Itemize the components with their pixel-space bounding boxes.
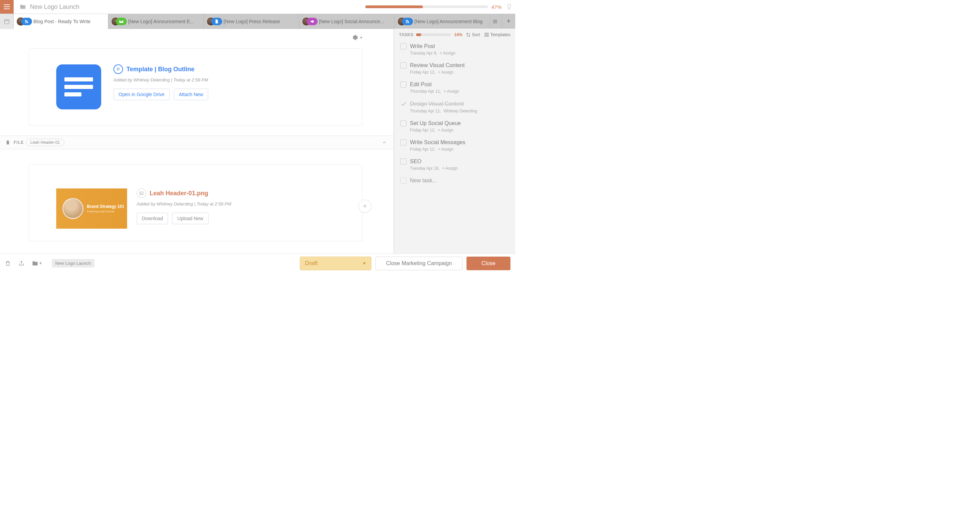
tab-label: [New Logo] Announcement Blog bbox=[414, 19, 482, 24]
task-title: Design Visual Content bbox=[410, 101, 464, 107]
tasks-header-label: TASKS bbox=[399, 32, 413, 37]
task-item[interactable]: Write Social MessagesFriday Apr 12, + As… bbox=[398, 137, 511, 156]
file-section-tag[interactable]: Leah Header-01 bbox=[26, 139, 64, 146]
sort-button[interactable]: Sort bbox=[466, 32, 480, 37]
image-thumbnail[interactable]: Brand Strategy 101 Featuring Leah Dubois bbox=[56, 188, 127, 229]
attachment-title[interactable]: Template | Blog Outline bbox=[126, 66, 194, 73]
tasks-sidebar: TASKS 14% Sort Templates Write PostTuesd… bbox=[394, 29, 515, 253]
task-meta: Friday Apr 12, + Assign bbox=[410, 147, 509, 152]
task-item[interactable]: Edit PostThursday Apr 11, + Assign bbox=[398, 79, 511, 98]
task-meta: Tuesday Apr 9, + Assign bbox=[410, 51, 509, 56]
task-item[interactable]: Set Up Social QueueFriday Apr 12, + Assi… bbox=[398, 118, 511, 137]
task-title: Write Post bbox=[410, 43, 435, 49]
attachment-card-gdoc: Template | Blog Outline Added by Whitney… bbox=[29, 48, 362, 126]
share-icon[interactable] bbox=[18, 260, 24, 267]
task-checkbox[interactable] bbox=[400, 120, 407, 126]
tab-item[interactable]: [New Logo] Announcement Blog bbox=[395, 14, 490, 29]
task-item[interactable]: Write PostTuesday Apr 9, + Assign bbox=[398, 41, 511, 60]
tab-item[interactable]: [New Logo] Press Release bbox=[204, 14, 299, 29]
doc-type-icon bbox=[113, 64, 123, 74]
task-assign[interactable]: + Assign bbox=[444, 89, 459, 94]
collapse-icon[interactable] bbox=[382, 140, 387, 145]
folder-icon bbox=[19, 4, 27, 10]
tab-item[interactable]: [New Logo] Announcement E... bbox=[108, 14, 204, 29]
folder-dropdown[interactable]: ▼ bbox=[32, 260, 42, 267]
task-checkbox[interactable] bbox=[400, 159, 407, 165]
tab-label: Blog Post - Ready To Write bbox=[33, 19, 91, 24]
task-assign[interactable]: + Assign bbox=[438, 128, 453, 132]
task-item[interactable]: SEOTuesday Apr 16, + Assign bbox=[398, 156, 511, 175]
task-checkbox[interactable] bbox=[400, 43, 407, 49]
svg-rect-12 bbox=[487, 35, 488, 37]
tab-list-button[interactable] bbox=[488, 14, 501, 29]
close-button[interactable]: Close bbox=[466, 257, 511, 270]
footer-breadcrumb[interactable]: New Logo Launch bbox=[52, 259, 94, 267]
status-dropdown[interactable]: Draft ▼ bbox=[300, 257, 371, 270]
svg-rect-1 bbox=[493, 20, 497, 20]
attach-new-button[interactable]: Attach New bbox=[174, 89, 208, 100]
content-type-icon bbox=[307, 18, 318, 25]
task-title: Review Visual Content bbox=[410, 62, 465, 68]
attachment-title[interactable]: Leah Header-01.png bbox=[150, 190, 208, 197]
task-item[interactable]: Review Visual ContentFriday Apr 12, + As… bbox=[398, 60, 511, 79]
task-check-icon[interactable] bbox=[400, 100, 407, 107]
tab-label: [New Logo] Social Announce... bbox=[319, 19, 384, 24]
tasks-progress-text: 14% bbox=[454, 32, 462, 37]
task-title: Set Up Social Queue bbox=[410, 120, 461, 126]
task-assign[interactable]: + Assign bbox=[438, 70, 453, 75]
upload-new-button[interactable]: Upload New bbox=[172, 213, 208, 224]
calendar-button[interactable] bbox=[0, 14, 14, 29]
task-title: Write Social Messages bbox=[410, 139, 465, 146]
add-attachment-button[interactable]: + bbox=[358, 200, 371, 213]
svg-rect-4 bbox=[117, 68, 119, 68]
svg-rect-9 bbox=[485, 33, 486, 34]
gdoc-thumbnail-icon bbox=[56, 64, 101, 110]
task-checkbox[interactable] bbox=[400, 81, 407, 87]
footer-bar: ▼ New Logo Launch Draft ▼ Close Marketin… bbox=[0, 253, 515, 273]
close-campaign-button[interactable]: Close Marketing Campaign bbox=[375, 257, 462, 270]
svg-rect-6 bbox=[117, 70, 119, 70]
attachment-card-image: Brand Strategy 101 Featuring Leah Dubois… bbox=[29, 164, 362, 241]
content-type-icon bbox=[211, 18, 222, 25]
task-checkbox[interactable] bbox=[400, 62, 407, 68]
task-meta: Thursday Apr 11, Whitney Deterding bbox=[410, 109, 509, 113]
tab-label: [New Logo] Press Release bbox=[224, 19, 280, 24]
file-icon bbox=[5, 140, 10, 145]
task-title: SEO bbox=[410, 159, 422, 165]
task-checkbox[interactable] bbox=[400, 139, 407, 146]
header-progress-area: 47% bbox=[365, 0, 512, 14]
task-assign[interactable]: + Assign bbox=[438, 147, 453, 152]
image-type-icon bbox=[137, 188, 146, 198]
task-assign[interactable]: + Assign bbox=[442, 166, 458, 171]
templates-button[interactable]: Templates bbox=[484, 32, 511, 37]
open-in-drive-button[interactable]: Open in Google Drive bbox=[113, 89, 170, 100]
svg-rect-0 bbox=[5, 20, 9, 24]
thumb-subtitle: Featuring Leah Dubois bbox=[87, 210, 124, 213]
top-header: New Logo Launch 47% bbox=[0, 0, 515, 14]
task-meta: Thursday Apr 11, + Assign bbox=[410, 89, 509, 94]
new-tab-button[interactable]: + bbox=[501, 14, 515, 29]
tab-label: [New Logo] Announcement E... bbox=[128, 19, 194, 24]
tab-item[interactable]: [New Logo] Social Announce... bbox=[299, 14, 395, 29]
task-item[interactable]: Design Visual ContentThursday Apr 11, Wh… bbox=[398, 98, 511, 118]
file-section-label: FILE bbox=[14, 140, 24, 145]
task-meta: Tuesday Apr 16, + Assign bbox=[410, 166, 509, 171]
content-type-icon bbox=[402, 18, 413, 25]
tab-item[interactable]: Blog Post - Ready To Write bbox=[14, 14, 108, 29]
task-assign[interactable]: + Assign bbox=[440, 51, 456, 56]
task-meta: Friday Apr 12, + Assign bbox=[410, 128, 509, 132]
thumb-title: Brand Strategy 101 bbox=[87, 204, 124, 209]
project-progress-text: 47% bbox=[492, 4, 501, 10]
new-task-input[interactable]: New task... bbox=[398, 175, 511, 186]
delete-icon[interactable] bbox=[5, 260, 11, 267]
menu-button[interactable] bbox=[0, 0, 14, 14]
tabs-row: Blog Post - Ready To Write[New Logo] Ann… bbox=[0, 14, 515, 29]
download-button[interactable]: Download bbox=[137, 213, 168, 224]
file-section-header[interactable]: FILE Leah Header-01 bbox=[0, 136, 394, 149]
task-assign[interactable]: Whitney Deterding bbox=[444, 109, 477, 113]
main-content-area: ▼ Template | Blog Outline Added by Whitn… bbox=[0, 29, 394, 253]
settings-button[interactable]: ▼ bbox=[351, 34, 363, 41]
tasks-progress-bar bbox=[416, 33, 451, 36]
hint-icon[interactable] bbox=[506, 3, 512, 10]
attachment-meta: Added by Whitney Deterding | Today at 2:… bbox=[137, 201, 231, 207]
